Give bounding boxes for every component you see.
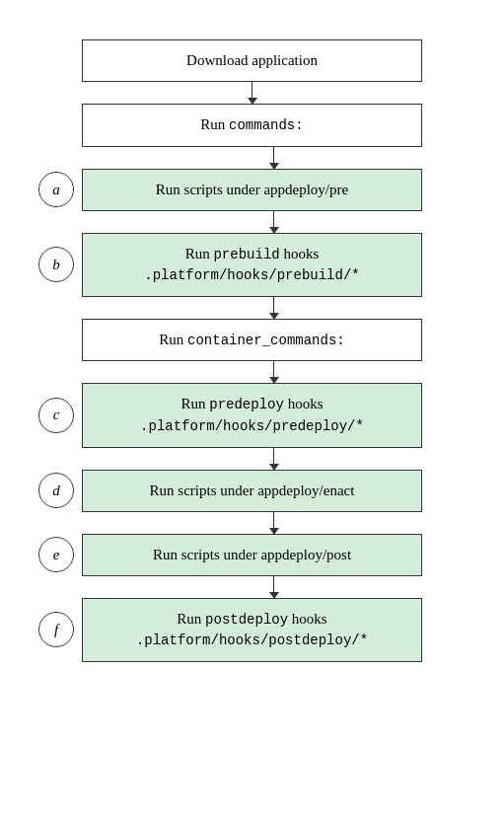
box-run-commands: Run commands:: [82, 104, 422, 147]
box-c: Run predeploy hooks.platform/hooks/prede…: [82, 383, 422, 447]
box-d: Run scripts under appdeploy/enact: [82, 470, 422, 512]
box-b: Run prebuild hooks.platform/hooks/prebui…: [82, 233, 422, 297]
box-f: Run postdeploy hooks.platform/hooks/post…: [82, 598, 422, 662]
box-a: Run scripts under appdeploy/pre: [82, 169, 422, 211]
label-f: f: [38, 612, 74, 647]
diagram: Download applicationRun commands:aRun sc…: [0, 20, 504, 682]
node-row-e: eRun scripts under appdeploy/post: [0, 534, 504, 576]
label-c: c: [38, 398, 74, 433]
label-e: e: [38, 537, 74, 572]
box-run-container: Run container_commands:: [82, 319, 422, 362]
node-row-c: cRun predeploy hooks.platform/hooks/pred…: [0, 383, 504, 447]
node-row-f: fRun postdeploy hooks.platform/hooks/pos…: [0, 598, 504, 662]
node-row-download: Download application: [0, 39, 504, 82]
node-row-run-commands: Run commands:: [0, 104, 504, 147]
node-row-run-container: Run container_commands:: [0, 319, 504, 362]
label-a: a: [38, 172, 74, 207]
box-e: Run scripts under appdeploy/post: [82, 534, 422, 576]
node-row-a: aRun scripts under appdeploy/pre: [0, 169, 504, 211]
node-row-b: bRun prebuild hooks.platform/hooks/prebu…: [0, 233, 504, 297]
node-row-d: dRun scripts under appdeploy/enact: [0, 470, 504, 512]
label-d: d: [38, 473, 74, 508]
label-b: b: [38, 247, 74, 282]
box-download: Download application: [82, 39, 422, 82]
